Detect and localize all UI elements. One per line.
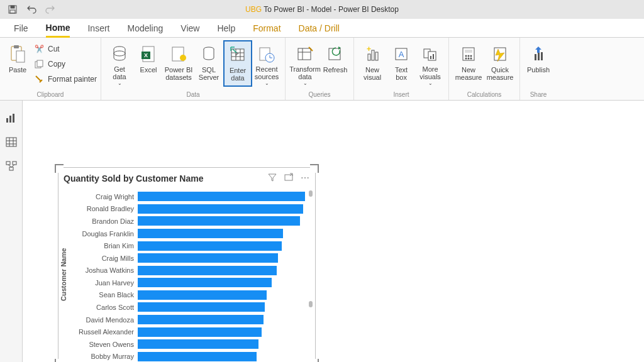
ribbon: Paste ✂️Cut Copy Format painter Clipboar… (0, 38, 644, 101)
svg-rect-29 (375, 52, 378, 60)
svg-rect-58 (13, 162, 16, 165)
pbi-datasets-button[interactable]: Power BI datasets (163, 40, 194, 87)
bar-label: Joshua Watkins (69, 266, 138, 274)
tab-data-drill[interactable]: Data / Drill (299, 19, 340, 37)
title-bar: UBG To Power BI - Model - Power BI Deskt… (0, 0, 644, 19)
bar-label: Douglas Franklin (69, 230, 138, 238)
chart-title: Quantity Sold by Customer Name (64, 173, 268, 184)
bar-fill[interactable] (138, 290, 267, 300)
svg-rect-4 (14, 45, 19, 48)
bar-fill[interactable] (138, 229, 283, 238)
bar-label: Russell Alexander (69, 328, 138, 336)
bar-row: Russell Alexander (69, 326, 305, 338)
svg-rect-35 (430, 56, 431, 59)
model-view-button[interactable] (4, 160, 19, 172)
data-view-button[interactable] (4, 136, 19, 148)
cut-button[interactable]: ✂️Cut (34, 43, 97, 55)
tab-help[interactable]: Help (217, 19, 235, 37)
text-box-button[interactable]: AText box (387, 40, 416, 87)
bar-fill[interactable] (138, 339, 258, 349)
bar-fill[interactable] (138, 315, 264, 324)
bar-row: David Mendoza (69, 314, 305, 326)
chart-bars: Craig WrightRonald BradleyBrandon DiazDo… (69, 187, 305, 362)
ribbon-group-calculations: New measure Quick measure Calculations (449, 38, 520, 100)
svg-text:X: X (144, 52, 148, 58)
filter-icon[interactable] (268, 173, 277, 184)
excel-icon: X (141, 43, 156, 65)
bar-row: Douglas Franklin (69, 228, 305, 240)
tab-view[interactable]: View (180, 19, 199, 37)
tab-modeling[interactable]: Modeling (127, 19, 163, 37)
undo-icon[interactable] (26, 4, 36, 14)
tab-file[interactable]: File (14, 19, 28, 37)
svg-rect-51 (13, 114, 14, 123)
quick-measure-button[interactable]: Quick measure (484, 40, 516, 87)
bar-fill[interactable] (138, 253, 278, 263)
transform-icon (296, 43, 314, 64)
tab-format[interactable]: Format (253, 19, 280, 37)
bar-label: Steven Owens (69, 341, 138, 348)
chart-visual[interactable]: Quantity Sold by Customer Name ⋯ Custome… (58, 167, 316, 362)
focus-mode-icon[interactable] (284, 173, 293, 184)
ribbon-group-share: Publish Share (520, 38, 557, 100)
bar-fill[interactable] (138, 327, 262, 337)
ribbon-group-clipboard: Paste ✂️Cut Copy Format painter Clipboar… (0, 38, 101, 100)
report-canvas[interactable]: Quantity Sold by Customer Name ⋯ Custome… (23, 101, 644, 362)
new-measure-button[interactable]: New measure (453, 40, 484, 87)
svg-rect-49 (6, 118, 8, 123)
clipboard-icon (9, 43, 26, 65)
report-view-button[interactable] (4, 112, 19, 124)
svg-point-43 (468, 58, 470, 60)
save-icon[interactable] (8, 4, 18, 14)
bar-fill[interactable] (138, 192, 305, 201)
scroll-thumb-top[interactable] (309, 190, 313, 197)
svg-point-44 (470, 58, 472, 60)
bar-fill[interactable] (138, 302, 265, 312)
bar-fill[interactable] (138, 352, 257, 361)
excel-button[interactable]: XExcel (134, 40, 163, 87)
more-visuals-button[interactable]: More visuals⌄ (416, 40, 445, 87)
window-title: UBG To Power BI - Model - Power BI Deskt… (245, 5, 399, 14)
textbox-icon: A (394, 43, 409, 65)
enter-data-icon (230, 44, 246, 65)
format-painter-button[interactable]: Format painter (34, 73, 97, 85)
svg-point-39 (465, 55, 467, 57)
ribbon-group-queries: Transform data⌄ Refresh Queries (286, 38, 354, 100)
refresh-button[interactable]: Refresh (321, 40, 350, 87)
dataset-icon (170, 43, 187, 65)
tab-insert[interactable]: Insert (87, 19, 109, 37)
transform-data-button[interactable]: Transform data⌄ (289, 40, 321, 87)
paste-button[interactable]: Paste (4, 40, 31, 87)
recent-icon (258, 43, 275, 64)
more-options-icon[interactable]: ⋯ (301, 173, 310, 184)
svg-rect-50 (9, 116, 11, 123)
enter-data-button[interactable]: Enter data (223, 40, 252, 87)
bar-label: Carlos Scott (69, 304, 138, 311)
copy-button[interactable]: Copy (34, 58, 97, 70)
bar-fill[interactable] (138, 204, 303, 214)
new-visual-button[interactable]: +New visual (358, 40, 387, 87)
redo-icon[interactable] (45, 4, 55, 14)
svg-rect-23 (298, 48, 311, 60)
brush-icon (34, 74, 44, 84)
publish-button[interactable]: Publish (524, 40, 553, 87)
bar-row: Joshua Watkins (69, 264, 305, 277)
bar-fill[interactable] (138, 241, 282, 251)
get-data-button[interactable]: Get data⌄ (105, 40, 134, 87)
bar-label: Brandon Diaz (69, 217, 138, 225)
scroll-thumb-bottom[interactable] (309, 301, 313, 307)
bar-fill[interactable] (138, 266, 277, 275)
bar-fill[interactable] (138, 216, 300, 226)
recent-sources-button[interactable]: Recent sources⌄ (252, 40, 281, 87)
bar-row: Craig Mills (69, 252, 305, 265)
svg-rect-46 (535, 54, 536, 60)
svg-rect-34 (428, 52, 436, 60)
chart-scrollbar[interactable] (309, 190, 313, 358)
svg-rect-48 (541, 52, 543, 60)
svg-rect-38 (465, 50, 472, 53)
bar-fill[interactable] (138, 278, 272, 287)
tab-home[interactable]: Home (46, 19, 70, 38)
database-icon (111, 43, 128, 64)
svg-text:A: A (399, 50, 404, 59)
sql-server-button[interactable]: SQL Server (194, 40, 223, 87)
